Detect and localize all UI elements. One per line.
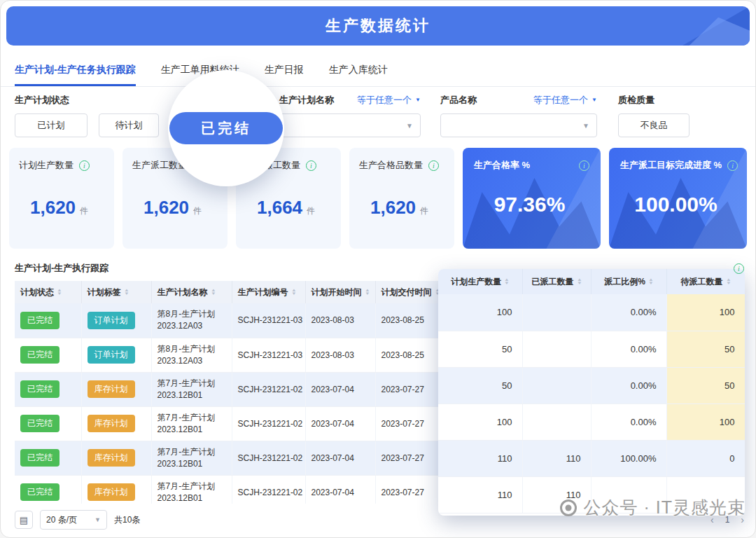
plan-qty-cell: 50 xyxy=(438,367,522,404)
start-date-cell: 2023-08-03 xyxy=(305,338,375,372)
page-size-select[interactable]: 20 条/页 ▼ xyxy=(40,510,107,530)
table-section-title: 生产计划-生产执行跟踪 xyxy=(15,262,108,275)
sort-icon: ▲▼ xyxy=(727,278,731,285)
product-label: 产品名称 xyxy=(440,94,477,106)
total-count: 共10条 xyxy=(114,514,140,526)
info-icon[interactable]: i xyxy=(428,160,439,171)
column-label: 计划开始时间 xyxy=(312,287,362,297)
table-row[interactable]: 已完结 订单计划 第8月-生产计划2023.12A03 SCJH-231221-… xyxy=(15,303,449,338)
filter-button-planned[interactable]: 已计划 xyxy=(15,113,88,137)
kpi-unit: 件 xyxy=(420,206,428,216)
table-row[interactable]: 100 0.00% 100 xyxy=(438,294,745,331)
tab[interactable]: 生产日报 xyxy=(265,64,304,86)
tab[interactable]: 生产计划-生产任务执行跟踪 xyxy=(15,64,136,86)
pending-qty-cell: 100 xyxy=(666,404,745,440)
column-label: 计划生产数量 xyxy=(451,277,501,287)
kpi-title: 生产合格率 % xyxy=(474,159,530,172)
table-header-row: 计划状态▲▼ 计划标签▲▼ 生产计划名称▲▼ 生产计划编号▲▼ 计划开始时间▲▼… xyxy=(15,281,449,303)
dispatch-ratio-cell: 100.00% xyxy=(591,440,666,476)
plan-tracking-table: 计划状态▲▼ 计划标签▲▼ 生产计划名称▲▼ 生产计划编号▲▼ 计划开始时间▲▼… xyxy=(15,281,449,504)
column-header[interactable]: 计划标签▲▼ xyxy=(81,281,151,303)
status-badge: 已完结 xyxy=(20,346,59,364)
column-header[interactable]: 生产计划编号▲▼ xyxy=(232,281,305,303)
column-label: 生产计划名称 xyxy=(158,287,208,297)
tag-cell: 库存计划 xyxy=(81,406,151,441)
start-date-cell: 2023-07-04 xyxy=(305,475,375,504)
plan-name-cell: 第7月-生产计划2023.12B01 xyxy=(151,441,232,475)
kpi-value: 1,620 xyxy=(370,197,416,218)
plan-name-operator-dropdown[interactable]: 等于任意一个 ▼ xyxy=(357,94,421,106)
info-icon[interactable]: i xyxy=(579,160,589,171)
dispatched-qty-cell xyxy=(522,294,591,331)
sort-icon: ▲▼ xyxy=(578,278,582,285)
plan-code-cell: SCJH-231221-02 xyxy=(232,441,305,475)
column-header[interactable]: 计划开始时间▲▼ xyxy=(305,281,375,303)
sort-icon: ▲▼ xyxy=(292,289,296,296)
plan-name-select[interactable]: ▼ xyxy=(279,113,421,137)
table-row[interactable]: 110 110 100.00% 0 xyxy=(438,440,745,476)
status-cell: 已完结 xyxy=(15,441,81,475)
table-row[interactable]: 已完结 库存计划 第7月-生产计划2023.12B01 SCJH-231221-… xyxy=(15,475,449,504)
plan-code-cell: SCJH-231221-02 xyxy=(232,406,305,441)
kpi-unit: 件 xyxy=(307,206,315,216)
product-select[interactable]: ▼ xyxy=(440,113,597,137)
info-icon[interactable]: i xyxy=(734,263,744,274)
dispatched-qty-cell xyxy=(522,331,591,367)
plan-qty-cell: 110 xyxy=(438,476,522,513)
filter-bar: 生产计划状态 已计划 待计划 生产计划名称 等于任意一个 ▼ ▼ 产品名称 xyxy=(1,92,755,141)
kpi-card: 生产合格品数量 i 1,620件 xyxy=(349,148,454,249)
tag-cell: 库存计划 xyxy=(81,475,151,504)
info-icon[interactable]: i xyxy=(79,160,90,171)
kpi-title: 生产派工目标完成进度 % xyxy=(620,159,722,172)
column-label: 生产计划编号 xyxy=(238,287,288,297)
pending-qty-cell: 0 xyxy=(666,440,745,476)
kpi-value: 1,664 xyxy=(257,197,302,218)
operator-text: 等于任意一个 xyxy=(357,94,412,106)
column-header[interactable]: 计划状态▲▼ xyxy=(15,281,81,303)
start-date-cell: 2023-07-04 xyxy=(305,372,375,406)
table-row[interactable]: 100 0.00% 100 xyxy=(438,404,745,440)
status-badge: 已完结 xyxy=(20,449,59,467)
info-icon[interactable]: i xyxy=(727,160,738,171)
table-row[interactable]: 已完结 库存计划 第7月-生产计划2023.12B01 SCJH-231221-… xyxy=(15,406,449,441)
tag-badge: 订单计划 xyxy=(88,312,135,329)
quality-label: 质检质量 xyxy=(618,94,654,106)
table-row[interactable]: 已完结 库存计划 第7月-生产计划2023.12B01 SCJH-231221-… xyxy=(15,372,449,406)
table-row[interactable]: 50 0.00% 50 xyxy=(438,331,745,367)
header-polygon-light xyxy=(638,6,750,46)
info-icon[interactable]: i xyxy=(306,160,316,171)
table-row[interactable]: 已完结 库存计划 第7月-生产计划2023.12B01 SCJH-231221-… xyxy=(15,441,449,475)
tab[interactable]: 生产入库统计 xyxy=(329,64,388,86)
tab-label: 生产计划-生产任务执行跟踪 xyxy=(15,64,136,75)
column-label: 待派工数量 xyxy=(681,277,723,287)
filter-button-pending[interactable]: 待计划 xyxy=(99,113,159,137)
product-operator-dropdown[interactable]: 等于任意一个 ▼ xyxy=(533,94,597,106)
watermark-text: 公众号 · IT灵感光束 xyxy=(584,496,746,519)
column-settings-icon[interactable]: ▤ xyxy=(15,511,33,529)
filter-button-defective[interactable]: 不良品 xyxy=(618,113,690,137)
table-row[interactable]: 50 0.00% 50 xyxy=(438,367,745,404)
tag-cell: 库存计划 xyxy=(81,441,151,475)
caret-down-icon: ▼ xyxy=(592,97,597,103)
tag-badge: 库存计划 xyxy=(88,449,135,467)
start-date-cell: 2023-07-04 xyxy=(305,441,375,475)
column-label: 计划交付时间 xyxy=(382,287,432,297)
kpi-value: 97.36% xyxy=(494,193,566,216)
tag-badge: 库存计划 xyxy=(88,380,135,398)
table-row[interactable]: 已完结 订单计划 第8月-生产计划2023.12A03 SCJH-231221-… xyxy=(15,338,449,372)
caret-down-icon: ▼ xyxy=(415,97,421,103)
table-section-header: 生产计划-生产执行跟踪 i xyxy=(15,261,744,275)
app-header: 生产数据统计 xyxy=(6,6,750,46)
sort-icon: ▲▼ xyxy=(649,278,653,285)
plan-qty-cell: 100 xyxy=(438,404,522,440)
dispatched-qty-cell: 110 xyxy=(522,440,591,476)
header-polygon-dark xyxy=(638,6,750,46)
plan-code-cell: SCJH-231221-03 xyxy=(232,303,305,338)
column-header[interactable]: 生产计划名称▲▼ xyxy=(151,281,232,303)
status-cell: 已完结 xyxy=(15,338,81,372)
plan-name-cell: 第7月-生产计划2023.12B01 xyxy=(151,372,232,406)
plan-name-cell: 第8月-生产计划2023.12A03 xyxy=(151,338,232,372)
filter-button-completed[interactable]: 已完结 xyxy=(169,112,283,144)
page: 生产数据统计 生产计划-生产任务执行跟踪 生产工单用料统计 生产日报 生产入库统… xyxy=(0,0,756,538)
status-cell: 已完结 xyxy=(15,303,81,338)
